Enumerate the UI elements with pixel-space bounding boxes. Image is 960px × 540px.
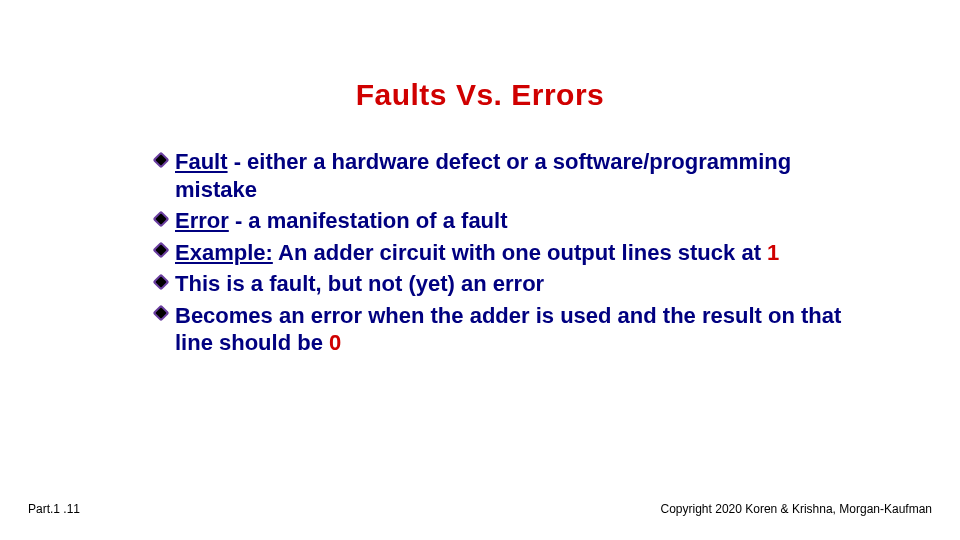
bullet-lead-underline: Error bbox=[175, 208, 229, 233]
diamond-bullet-icon bbox=[153, 273, 170, 290]
bullet-lead-underline: Example: bbox=[175, 240, 273, 265]
bullet-red-number: 1 bbox=[767, 240, 779, 265]
bullet-lead-underline: Fault bbox=[175, 149, 228, 174]
bullet-item: Becomes an error when the adder is used … bbox=[155, 302, 875, 357]
bullet-item: Error - a manifestation of a fault bbox=[155, 207, 875, 235]
slide-body: Fault - either a hardware defect or a so… bbox=[155, 148, 875, 361]
footer-right: Copyright 2020 Koren & Krishna, Morgan-K… bbox=[661, 502, 932, 516]
bullet-item: Example: An adder circuit with one outpu… bbox=[155, 239, 875, 267]
bullet-item: Fault - either a hardware defect or a so… bbox=[155, 148, 875, 203]
bullet-text: - a manifestation of a fault bbox=[229, 208, 508, 233]
bullet-text: An adder circuit with one output lines s… bbox=[273, 240, 767, 265]
bullet-text: - either a hardware defect or a software… bbox=[175, 149, 791, 202]
bullet-text: This is a fault, but not (yet) an error bbox=[175, 271, 544, 296]
diamond-bullet-icon bbox=[153, 305, 170, 322]
bullet-red-number: 0 bbox=[329, 330, 341, 355]
diamond-bullet-icon bbox=[153, 151, 170, 168]
bullet-list: Fault - either a hardware defect or a so… bbox=[155, 148, 875, 357]
slide-title: Faults Vs. Errors bbox=[0, 78, 960, 112]
bullet-item: This is a fault, but not (yet) an error bbox=[155, 270, 875, 298]
diamond-bullet-icon bbox=[153, 210, 170, 227]
bullet-text: Becomes an error when the adder is used … bbox=[175, 303, 841, 356]
footer-left: Part.1 .11 bbox=[28, 502, 80, 516]
slide: Faults Vs. Errors Fault - either a hardw… bbox=[0, 0, 960, 540]
diamond-bullet-icon bbox=[153, 242, 170, 259]
